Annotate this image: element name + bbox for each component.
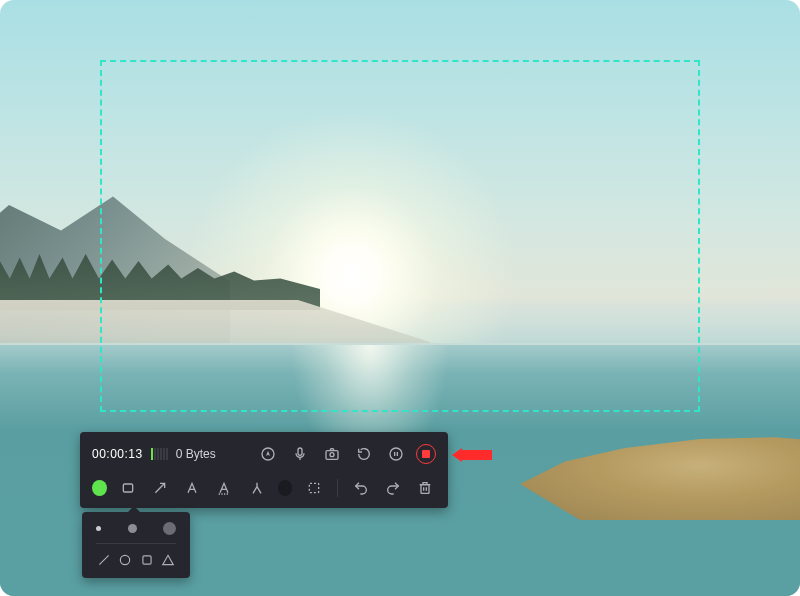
stroke-size-row	[96, 522, 176, 544]
caliper-icon	[249, 480, 265, 496]
callout-arrow-icon	[452, 448, 492, 462]
restart-icon	[356, 446, 372, 462]
text-tool[interactable]	[181, 476, 203, 500]
text-a-icon	[184, 480, 200, 496]
microphone-icon	[292, 446, 308, 462]
stop-icon	[422, 450, 430, 458]
cursor-icon	[260, 446, 276, 462]
pause-icon	[388, 446, 404, 462]
svg-point-8	[121, 555, 130, 564]
redo-button[interactable]	[382, 476, 404, 500]
selection-tool[interactable]	[302, 476, 324, 500]
stroke-options-popover	[82, 512, 190, 578]
selection-icon	[306, 480, 322, 496]
toolbar-divider	[337, 479, 338, 497]
pen-a-icon	[216, 480, 232, 496]
shape-picker-row	[96, 544, 176, 568]
rectangle-tool[interactable]	[117, 476, 139, 500]
recording-toolbar: 00:00:13 0 Bytes	[80, 432, 448, 508]
delete-button[interactable]	[414, 476, 436, 500]
stop-button[interactable]	[416, 444, 436, 464]
svg-rect-7	[421, 485, 429, 494]
shape-square[interactable]	[139, 552, 155, 568]
redo-icon	[385, 480, 401, 496]
capture-selection[interactable]	[100, 60, 700, 412]
screenshot-button[interactable]	[320, 442, 344, 466]
arrow-icon	[152, 480, 168, 496]
rectangle-icon	[120, 480, 136, 496]
audio-level-meter	[151, 448, 168, 460]
svg-point-4	[390, 448, 402, 460]
pause-button[interactable]	[384, 442, 408, 466]
svg-rect-9	[143, 556, 151, 564]
undo-button[interactable]	[350, 476, 372, 500]
restart-button[interactable]	[352, 442, 376, 466]
stroke-size-medium[interactable]	[128, 524, 137, 533]
microphone-button[interactable]	[288, 442, 312, 466]
caliper-tool[interactable]	[245, 476, 267, 500]
recording-timer: 00:00:13	[92, 447, 143, 461]
stroke-size-large[interactable]	[163, 522, 176, 535]
line-icon	[97, 553, 111, 567]
arrow-tool[interactable]	[149, 476, 171, 500]
undo-icon	[353, 480, 369, 496]
shape-circle[interactable]	[117, 552, 133, 568]
annotation-tool-row	[92, 476, 436, 500]
svg-rect-1	[298, 448, 302, 455]
trash-icon	[417, 480, 433, 496]
svg-rect-2	[326, 451, 338, 460]
stroke-size-small[interactable]	[96, 526, 101, 531]
color-picker-button[interactable]	[92, 480, 107, 496]
shape-line[interactable]	[96, 552, 112, 568]
status-row: 00:00:13 0 Bytes	[92, 442, 436, 466]
svg-point-3	[330, 453, 334, 457]
pen-tool[interactable]	[213, 476, 235, 500]
triangle-icon	[161, 553, 175, 567]
circle-icon	[118, 553, 132, 567]
shape-triangle[interactable]	[160, 552, 176, 568]
recording-filesize: 0 Bytes	[176, 447, 216, 461]
svg-rect-6	[309, 483, 318, 492]
eraser-tool[interactable]	[278, 480, 293, 496]
cursor-highlight-button[interactable]	[256, 442, 280, 466]
square-icon	[140, 553, 154, 567]
svg-rect-5	[123, 484, 132, 492]
camera-icon	[324, 446, 340, 462]
